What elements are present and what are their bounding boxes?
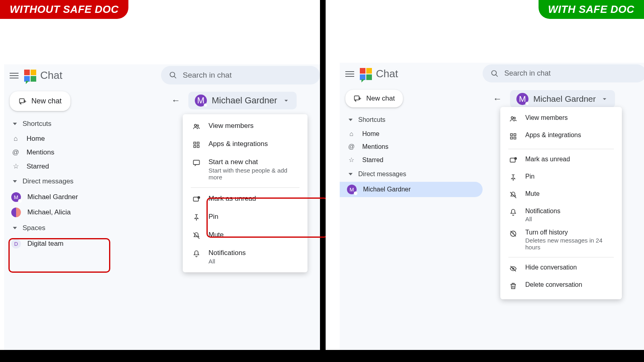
- menu-hide[interactable]: Hide conversation: [500, 261, 622, 278]
- dm-header[interactable]: Direct messages: [4, 173, 161, 189]
- new-chat-label: New chat: [31, 97, 62, 105]
- at-icon: @: [347, 143, 356, 150]
- nav-home[interactable]: ⌂Home: [4, 132, 161, 146]
- person-chip[interactable]: M Michael Gardner: [510, 90, 615, 108]
- menu-pin[interactable]: Pin: [183, 209, 308, 227]
- menu-mark-unread[interactable]: Mark as unread: [183, 191, 308, 209]
- chat-logo[interactable]: Chat: [24, 69, 62, 82]
- back-button[interactable]: ←: [491, 91, 504, 107]
- unread-icon: [509, 156, 518, 167]
- sidebar: Chat New chat Shortcuts ⌂Home @Mentions …: [4, 64, 161, 350]
- hide-icon: [509, 264, 518, 275]
- pin-icon: [509, 173, 518, 184]
- svg-rect-15: [510, 134, 512, 136]
- apps-icon: [509, 132, 518, 142]
- unread-icon: [192, 195, 201, 206]
- space-item-0[interactable]: DDigital team: [4, 236, 161, 251]
- home-icon: ⌂: [347, 130, 356, 138]
- bell-icon: [509, 208, 518, 218]
- star-icon: ☆: [347, 156, 356, 164]
- hamburger-icon[interactable]: [345, 70, 354, 78]
- trash-icon: [509, 281, 518, 292]
- menu-mark-unread[interactable]: Mark as unread: [500, 152, 622, 170]
- conversation-menu: View members Apps & integrations Mark as…: [500, 107, 622, 299]
- search-placeholder: Search in chat: [183, 71, 231, 80]
- svg-rect-7: [197, 146, 199, 148]
- app-title: Chat: [40, 69, 62, 82]
- search-icon: [169, 71, 177, 79]
- svg-point-10: [198, 197, 200, 199]
- shortcuts-header[interactable]: Shortcuts: [340, 112, 483, 128]
- chevron-down-icon: [601, 95, 609, 103]
- new-chat-button[interactable]: New chat: [345, 90, 403, 107]
- search-placeholder: Search in chat: [504, 69, 551, 78]
- spaces-header[interactable]: Spaces: [4, 220, 161, 236]
- sidebar: Chat New chat Shortcuts ⌂Home @Mentions …: [340, 63, 483, 350]
- new-chat-button[interactable]: New chat: [10, 91, 70, 111]
- home-icon: ⌂: [11, 135, 20, 143]
- chat-logo[interactable]: Chat: [360, 68, 398, 80]
- menu-delete[interactable]: Delete conversation: [500, 278, 622, 295]
- menu-start-chat[interactable]: Start a new chatStart with these people …: [183, 154, 308, 184]
- svg-rect-8: [194, 160, 200, 165]
- apps-icon: [192, 140, 201, 151]
- nav-starred[interactable]: ☆Starred: [4, 159, 161, 173]
- badge-without: WITHOUT SAFE DOC: [0, 0, 128, 19]
- chat-app-right: Chat New chat Shortcuts ⌂Home @Mentions …: [340, 63, 644, 350]
- svg-point-14: [514, 117, 515, 119]
- svg-point-1: [170, 72, 175, 77]
- svg-point-2: [194, 124, 196, 126]
- menu-apps[interactable]: Apps & integrations: [500, 128, 622, 146]
- space-avatar-icon: D: [11, 239, 21, 249]
- chevron-down-icon: [282, 97, 290, 105]
- mute-icon: [192, 231, 201, 242]
- svg-rect-0: [20, 99, 25, 103]
- menu-mute[interactable]: Mute: [183, 227, 308, 245]
- nav-mentions[interactable]: @Mentions: [4, 146, 161, 159]
- person-name: Michael Gardner: [212, 95, 277, 106]
- menu-notifications[interactable]: NotificationsAll: [500, 204, 622, 226]
- menu-apps[interactable]: Apps & integrations: [183, 136, 308, 154]
- avatar-icon: M: [195, 95, 207, 107]
- mute-icon: [509, 190, 518, 201]
- person-chip[interactable]: M Michael Gardner: [188, 92, 297, 109]
- svg-rect-4: [194, 142, 196, 144]
- nav-home[interactable]: ⌂Home: [340, 128, 483, 140]
- nav-mentions[interactable]: @Mentions: [340, 140, 483, 153]
- svg-point-13: [511, 117, 513, 119]
- avatar-icon: M: [11, 192, 21, 202]
- svg-rect-5: [197, 142, 199, 144]
- shortcuts-header[interactable]: Shortcuts: [4, 116, 161, 132]
- menu-mute[interactable]: Mute: [500, 187, 622, 204]
- menu-notifications[interactable]: NotificationsAll: [183, 245, 308, 268]
- conversation-menu: View members Apps & integrations Start a…: [183, 114, 308, 272]
- dm-item-0[interactable]: MMichael Gardner: [4, 189, 161, 205]
- back-button[interactable]: ←: [169, 93, 183, 108]
- members-icon: [509, 114, 518, 125]
- menu-view-members[interactable]: View members: [500, 111, 622, 128]
- search-bar[interactable]: Search in chat: [483, 64, 644, 82]
- star-icon: ☆: [11, 162, 20, 171]
- menu-view-members[interactable]: View members: [183, 118, 308, 136]
- at-icon: @: [11, 148, 20, 156]
- svg-rect-18: [514, 137, 516, 139]
- menu-history[interactable]: Turn off historyDeletes new messages in …: [500, 226, 622, 254]
- menu-pin[interactable]: Pin: [500, 170, 622, 187]
- main-area: Search in chat ← M Michael Gardner View …: [483, 63, 644, 350]
- bell-icon: [192, 249, 201, 260]
- panel-without-safe-doc: WITHOUT SAFE DOC Chat New chat Shortcuts…: [0, 0, 320, 350]
- avatar-icon: M: [516, 93, 528, 105]
- svg-point-12: [492, 70, 497, 75]
- hamburger-icon[interactable]: [10, 71, 19, 80]
- search-icon: [491, 70, 499, 78]
- svg-rect-11: [355, 96, 359, 100]
- dm-header[interactable]: Direct messages: [340, 167, 483, 182]
- svg-point-3: [197, 125, 198, 126]
- main-area: Search in chat ← M Michael Gardner View …: [161, 64, 320, 350]
- badge-with: WITH SAFE DOC: [539, 0, 644, 19]
- svg-rect-6: [194, 146, 196, 148]
- dm-item-1[interactable]: Michael, Alicia: [4, 205, 161, 220]
- nav-starred[interactable]: ☆Starred: [340, 153, 483, 167]
- search-bar[interactable]: Search in chat: [161, 66, 320, 84]
- dm-item-0[interactable]: MMichael Gardner: [340, 182, 483, 197]
